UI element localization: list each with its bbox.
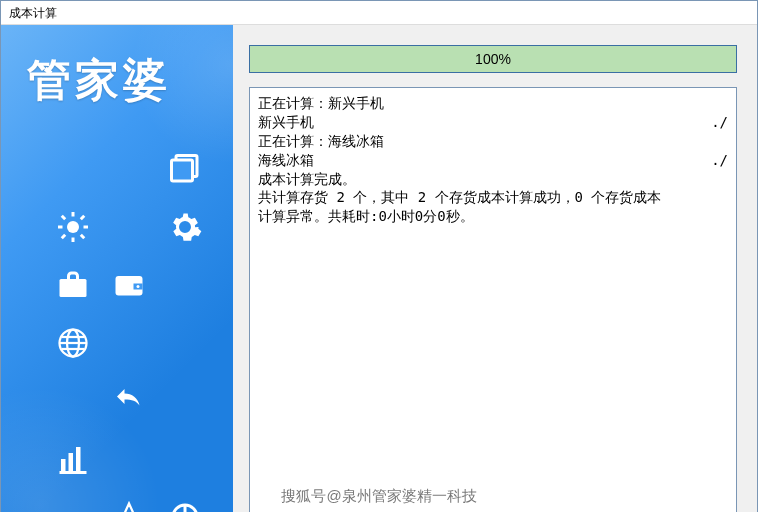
progress-label: 100% [475, 51, 511, 67]
log-line: 正在计算：海线冰箱 [258, 132, 728, 151]
svg-point-14 [137, 285, 140, 288]
svg-rect-22 [76, 447, 81, 471]
main-panel: 100% 正在计算：新兴手机新兴手机./正在计算：海线冰箱海线冰箱./成本计算完… [233, 25, 757, 512]
wallet-icon [111, 267, 147, 303]
svg-line-9 [62, 235, 65, 238]
stack-icon [167, 151, 203, 187]
brand-logo: 管家婆 [1, 25, 233, 110]
log-output[interactable]: 正在计算：新兴手机新兴手机./正在计算：海线冰箱海线冰箱./成本计算完成。共计算… [249, 87, 737, 512]
svg-rect-1 [172, 160, 193, 181]
globe-icon [55, 325, 91, 361]
star-icon [111, 499, 147, 512]
log-line: 计算异常。共耗时:0小时0分0秒。 [258, 207, 728, 226]
window-title: 成本计算 [1, 1, 757, 25]
log-line: 正在计算：新兴手机 [258, 94, 728, 113]
svg-line-10 [81, 216, 84, 219]
sidebar-icon-grid [45, 140, 233, 512]
sidebar: 管家婆 [1, 25, 233, 512]
content-area: 管家婆 [1, 25, 757, 512]
svg-rect-20 [61, 459, 66, 471]
cost-calc-window: 成本计算 管家婆 [0, 0, 758, 512]
undo-icon [111, 383, 147, 419]
svg-point-2 [67, 221, 79, 233]
svg-rect-21 [69, 453, 74, 471]
gear-icon [167, 209, 203, 245]
bar-chart-icon [55, 441, 91, 477]
log-line: 新兴手机./ [258, 113, 728, 132]
log-line: 成本计算完成。 [258, 170, 728, 189]
svg-line-8 [81, 235, 84, 238]
svg-rect-11 [60, 279, 87, 297]
progress-bar: 100% [249, 45, 737, 73]
pie-chart-icon [167, 499, 203, 512]
log-line: 海线冰箱./ [258, 151, 728, 170]
log-line: 共计算存货 2 个，其中 2 个存货成本计算成功，0 个存货成本 [258, 188, 728, 207]
sun-icon [55, 209, 91, 245]
briefcase-icon [55, 267, 91, 303]
svg-line-7 [62, 216, 65, 219]
